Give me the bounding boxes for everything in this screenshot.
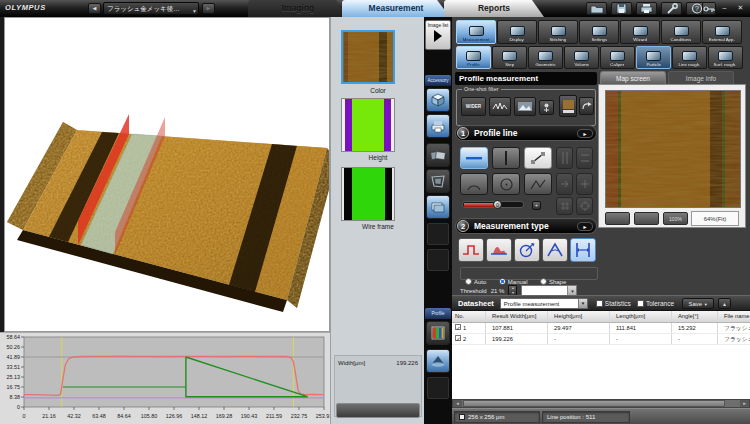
map-zoom-100-button[interactable]: 100% (663, 212, 688, 225)
datasheet-mode-select[interactable]: Profile measurement ▼ (500, 298, 588, 309)
measure-step-button[interactable] (458, 238, 484, 262)
profile-dock-color-button[interactable] (426, 321, 450, 345)
statistics-checkbox[interactable] (596, 300, 603, 307)
map-tool-button-1[interactable] (605, 212, 630, 225)
profile-dock-header[interactable]: Profile (425, 308, 451, 319)
thumbnail-color[interactable] (341, 30, 395, 84)
toolbar-button-surf-rough[interactable]: Surf. rough. (708, 46, 743, 69)
profile-chart-panel[interactable]: 021.1642.3263.4884.64105.80126.96148.121… (0, 332, 330, 424)
save-button[interactable] (611, 2, 632, 15)
file-back-button[interactable]: ◀ (88, 3, 101, 14)
tab-measurement[interactable]: Measurement (342, 0, 450, 17)
toolbar-button-caliper[interactable]: Caliper (600, 46, 635, 69)
table-row[interactable]: ✓2199.226---フラッシュ金 (452, 334, 750, 345)
3d-viewer[interactable] (4, 17, 330, 332)
key-button[interactable] (702, 2, 716, 15)
accessory-frame-button[interactable] (426, 169, 450, 193)
line-vertical-button[interactable] (492, 147, 520, 169)
print-button[interactable] (636, 2, 657, 15)
toolbar-button-particle[interactable]: Particle (636, 46, 671, 69)
y-tick-label: 50.26 (7, 344, 21, 350)
tolerance-checkbox[interactable] (637, 300, 644, 307)
accessory-panel-header[interactable]: Accessory (425, 75, 451, 86)
toolbar-button-stitching[interactable]: Stitching (538, 20, 578, 44)
slider-track[interactable]: 0 (462, 201, 524, 208)
scroll-thumb[interactable] (463, 400, 725, 407)
file-selector-dropdown[interactable]: フラッシュ金メッキ後… ▼ (103, 2, 199, 15)
image-list-button[interactable]: Image list (425, 20, 451, 50)
toolbar-button-external-app[interactable]: External App. (702, 20, 742, 44)
scroll-right-arrow[interactable]: ▸ (740, 400, 749, 407)
measure-circle-button[interactable] (514, 238, 540, 262)
bottom-action-button[interactable] (336, 403, 420, 418)
column-header-no[interactable]: No. (452, 311, 486, 322)
toolbar-button-step[interactable]: Step (492, 46, 527, 69)
accessory-layers-button[interactable] (426, 195, 450, 219)
toolbar-button-geometric[interactable]: Geometric (528, 46, 563, 69)
line-width-slider[interactable]: 0 (462, 201, 524, 208)
table-row[interactable]: ✓1107.88129.497111.84115.292フラッシュ金 (452, 323, 750, 334)
grid-option2-button-disabled (576, 197, 593, 215)
map-tool-button-2[interactable] (634, 212, 659, 225)
line-polyline-button[interactable] (524, 173, 552, 195)
tab-map-screen[interactable]: Map screen (600, 71, 666, 84)
column-header-result-width-m[interactable]: Result Width[μm] (486, 311, 548, 322)
profile-line-expand-button[interactable]: ▸ (577, 129, 593, 138)
column-header-length-m[interactable]: Length[μm] (610, 311, 672, 322)
undo-filter-button[interactable] (579, 97, 594, 115)
slider-thumb[interactable]: 0 (493, 200, 502, 209)
line-free-button[interactable] (524, 147, 552, 169)
measure-width-button[interactable] (570, 238, 596, 262)
map-image[interactable] (605, 90, 741, 208)
toolbar-button-line-rough[interactable]: Line rough. (672, 46, 707, 69)
toolbar-button-volume[interactable]: Volume (564, 46, 599, 69)
tab-imaging[interactable]: Imaging (248, 0, 348, 17)
open-folder-button[interactable] (586, 2, 607, 15)
toolbar-button-conditions[interactable]: Conditions (661, 20, 701, 44)
accessory-3d-button[interactable] (426, 88, 450, 112)
color-thumbnail-image (343, 32, 393, 82)
line-horizontal-button[interactable] (460, 147, 488, 169)
profile-dock-3d-button[interactable] (426, 349, 450, 373)
measure-angle-button[interactable] (542, 238, 568, 262)
file-forward-button[interactable]: ▶ (202, 3, 215, 14)
minimize-button[interactable]: – (718, 3, 731, 13)
slider-plus-button[interactable]: + (532, 201, 541, 210)
scroll-left-arrow[interactable]: ◂ (453, 400, 462, 407)
datasheet-hscrollbar[interactable]: ◂ ▸ (452, 399, 750, 408)
save-dropdown-button[interactable]: Save ▼ (682, 298, 714, 309)
row-checkbox[interactable]: ✓ (455, 324, 461, 330)
tab-image-info[interactable]: Image info (668, 71, 734, 84)
wider-apply-button[interactable] (559, 95, 577, 117)
toolbar-button-settings[interactable]: Settings (579, 20, 619, 44)
spin-down-icon[interactable]: ▼ (511, 291, 514, 295)
row-checkbox[interactable]: ✓ (455, 335, 461, 341)
measurement-type-expand-button[interactable]: ▸ (577, 222, 593, 231)
line-arc-button[interactable] (460, 173, 488, 195)
close-button[interactable]: ✕ (734, 3, 747, 13)
toolbar-button-display[interactable]: Display (497, 20, 537, 44)
thumbnail-wireframe[interactable] (341, 167, 395, 221)
tab-reports[interactable]: Reports (444, 0, 544, 17)
accessory-snapshot-button[interactable] (426, 143, 450, 167)
datasheet-table-header: No.Result Width[μm]Height[μm]Length[μm]A… (452, 311, 750, 323)
thumbnail-height[interactable] (341, 98, 395, 152)
column-header-height-m[interactable]: Height[μm] (548, 311, 610, 322)
measure-area-button[interactable] (486, 238, 512, 262)
wave-filter-button[interactable] (489, 97, 511, 116)
column-header-file-name[interactable]: File name (718, 311, 750, 322)
line-circle-button[interactable] (492, 173, 520, 195)
spin-up-icon[interactable]: ▲ (511, 286, 514, 290)
accessory-report-button[interactable] (426, 114, 450, 138)
toolbar-button-wizard[interactable]: Wizard (620, 20, 660, 44)
option-filter-button[interactable] (539, 100, 554, 115)
column-header-angle[interactable]: Angle[°] (672, 311, 718, 322)
datasheet-collapse-button[interactable]: ▲ (718, 298, 731, 309)
tools-button[interactable] (661, 2, 682, 15)
wider-filter-button[interactable]: WIDER (461, 97, 486, 116)
datasheet-table[interactable]: No.Result Width[μm]Height[μm]Length[μm]A… (452, 310, 750, 399)
image-filter-button[interactable] (514, 97, 536, 116)
height-cell: - (548, 334, 610, 344)
toolbar-button-measurement[interactable]: Measurement (456, 20, 496, 44)
toolbar-button-profile[interactable]: Profile (456, 46, 491, 69)
